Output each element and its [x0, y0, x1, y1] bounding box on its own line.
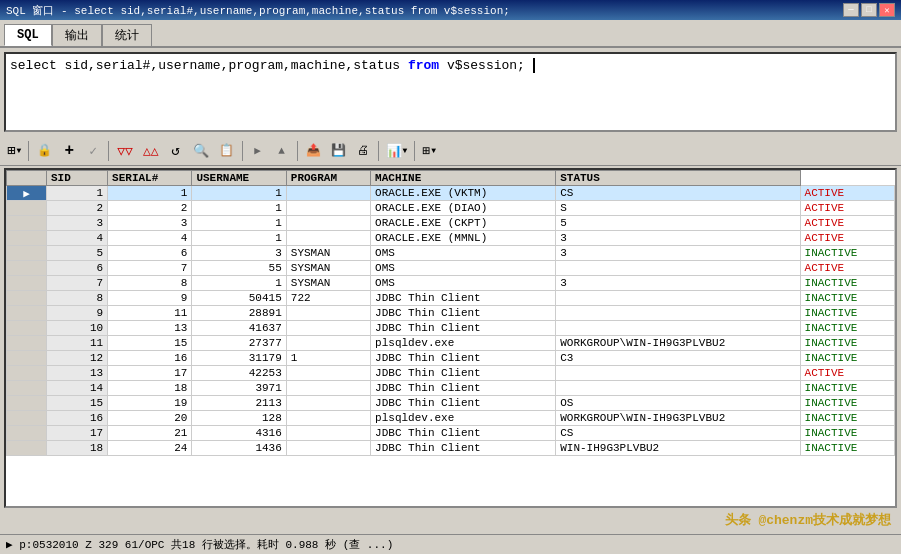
- cell-machine: CS: [556, 426, 800, 441]
- cell-username: [286, 231, 370, 246]
- cell-rownum: 15: [47, 396, 108, 411]
- table-row[interactable]: 17214316JDBC Thin ClientCSINACTIVE: [7, 426, 895, 441]
- col-machine[interactable]: MACHINE: [371, 171, 556, 186]
- cell-sid: 11: [108, 306, 192, 321]
- print-button[interactable]: 🖨: [352, 140, 374, 162]
- maximize-button[interactable]: □: [861, 3, 877, 17]
- sql-editor[interactable]: select sid,serial#,username,program,mach…: [4, 52, 897, 132]
- cell-sid: 20: [108, 411, 192, 426]
- cell-rownum: 11: [47, 336, 108, 351]
- row-indicator: [7, 441, 47, 456]
- export-button[interactable]: 📤: [302, 140, 325, 162]
- table-row[interactable]: 18241436JDBC Thin ClientWIN-IH9G3PLVBU2I…: [7, 441, 895, 456]
- col-status[interactable]: STATUS: [556, 171, 800, 186]
- row-indicator: [7, 426, 47, 441]
- status-text: ▶ p:0532010 Z 329 61/OPC 共18 行被选择。耗时 0.9…: [6, 537, 393, 552]
- col-sid[interactable]: SID: [47, 171, 108, 186]
- col-serial[interactable]: SERIAL#: [108, 171, 192, 186]
- cell-machine: [556, 366, 800, 381]
- add-button[interactable]: +: [58, 140, 80, 162]
- save-button[interactable]: 💾: [327, 140, 350, 162]
- cell-machine: [556, 381, 800, 396]
- data-grid[interactable]: SID SERIAL# USERNAME PROGRAM MACHINE STA…: [4, 168, 897, 508]
- cell-program: JDBC Thin Client: [371, 381, 556, 396]
- title-text: SQL 窗口 - select sid,serial#,username,pro…: [6, 3, 843, 18]
- filter-down-button[interactable]: ▽▽: [113, 140, 137, 162]
- cell-username: 722: [286, 291, 370, 306]
- chart-dropdown[interactable]: 📊 ▼: [383, 140, 411, 162]
- minimize-button[interactable]: ─: [843, 3, 859, 17]
- cell-machine: WORKGROUP\WIN-IH9G3PLVBU2: [556, 336, 800, 351]
- table-row[interactable]: 14183971JDBC Thin ClientINACTIVE: [7, 381, 895, 396]
- table-row[interactable]: 563SYSMANOMS3INACTIVE: [7, 246, 895, 261]
- table-row[interactable]: 1216311791JDBC Thin ClientC3INACTIVE: [7, 351, 895, 366]
- refresh-button[interactable]: ↺: [165, 140, 187, 162]
- table-row[interactable]: 781SYSMANOMS3INACTIVE: [7, 276, 895, 291]
- chart-icon: 📊: [386, 143, 402, 159]
- cell-username: SYSMAN: [286, 276, 370, 291]
- table-dropdown[interactable]: ⊞ ▼: [419, 140, 439, 162]
- cell-program: JDBC Thin Client: [371, 366, 556, 381]
- lock-button[interactable]: 🔒: [33, 140, 56, 162]
- cell-machine: [556, 291, 800, 306]
- cell-machine: CS: [556, 186, 800, 201]
- cell-serial: 3: [192, 246, 286, 261]
- tab-sql[interactable]: SQL: [4, 24, 52, 46]
- table-row[interactable]: 6755SYSMANOMSACTIVE: [7, 261, 895, 276]
- cell-rownum: 1: [47, 186, 108, 201]
- cell-program: JDBC Thin Client: [371, 441, 556, 456]
- cell-username: SYSMAN: [286, 261, 370, 276]
- table-row[interactable]: 441ORACLE.EXE (MMNL)3ACTIVE: [7, 231, 895, 246]
- table-row[interactable]: 15192113JDBC Thin ClientOSINACTIVE: [7, 396, 895, 411]
- close-button[interactable]: ✕: [879, 3, 895, 17]
- cell-sid: 18: [108, 381, 192, 396]
- row-indicator: [7, 246, 47, 261]
- table-row[interactable]: 101341637JDBC Thin ClientINACTIVE: [7, 321, 895, 336]
- sql-cursor: [525, 58, 535, 73]
- check-button[interactable]: ✓: [82, 140, 104, 162]
- table-row[interactable]: 8950415722JDBC Thin ClientINACTIVE: [7, 291, 895, 306]
- cell-status: INACTIVE: [800, 426, 894, 441]
- cell-rownum: 18: [47, 441, 108, 456]
- cell-serial: 28891: [192, 306, 286, 321]
- row-indicator: [7, 216, 47, 231]
- cell-rownum: 9: [47, 306, 108, 321]
- cell-username: [286, 441, 370, 456]
- title-bar: SQL 窗口 - select sid,serial#,username,pro…: [0, 0, 901, 20]
- tab-output[interactable]: 输出: [52, 24, 102, 46]
- cell-username: 1: [286, 351, 370, 366]
- cell-program: JDBC Thin Client: [371, 396, 556, 411]
- table-row[interactable]: ▶111ORACLE.EXE (VKTM)CSACTIVE: [7, 186, 895, 201]
- cell-serial: 1436: [192, 441, 286, 456]
- table-row[interactable]: 221ORACLE.EXE (DIAO)SACTIVE: [7, 201, 895, 216]
- cell-serial: 1: [192, 276, 286, 291]
- lock-icon: 🔒: [37, 143, 52, 158]
- nav-up-button[interactable]: ▲: [271, 140, 293, 162]
- cell-status: INACTIVE: [800, 441, 894, 456]
- cell-username: [286, 411, 370, 426]
- row-indicator: [7, 321, 47, 336]
- cell-program: plsqldev.exe: [371, 336, 556, 351]
- copy-button[interactable]: 📋: [215, 140, 238, 162]
- sql-text-after: v$session;: [439, 58, 525, 73]
- search-button[interactable]: 🔍: [189, 140, 213, 162]
- cell-serial: 4316: [192, 426, 286, 441]
- table-row[interactable]: 1620128plsqldev.exeWORKGROUP\WIN-IH9G3PL…: [7, 411, 895, 426]
- table-row[interactable]: 331ORACLE.EXE (CKPT)5ACTIVE: [7, 216, 895, 231]
- cell-program: plsqldev.exe: [371, 411, 556, 426]
- table-row[interactable]: 111527377plsqldev.exeWORKGROUP\WIN-IH9G3…: [7, 336, 895, 351]
- row-indicator: [7, 366, 47, 381]
- cell-status: ACTIVE: [800, 261, 894, 276]
- table-row[interactable]: 131742253JDBC Thin ClientACTIVE: [7, 366, 895, 381]
- col-program[interactable]: PROGRAM: [286, 171, 370, 186]
- sql-keyword: from: [408, 58, 439, 73]
- cell-username: [286, 321, 370, 336]
- table-row[interactable]: 91128891JDBC Thin ClientINACTIVE: [7, 306, 895, 321]
- grid-dropdown[interactable]: ⊞ ▼: [4, 140, 24, 162]
- col-username[interactable]: USERNAME: [192, 171, 286, 186]
- row-indicator: [7, 411, 47, 426]
- col-indicator: [7, 171, 47, 186]
- filter-up-button[interactable]: △△: [139, 140, 163, 162]
- tab-stats[interactable]: 统计: [102, 24, 152, 46]
- nav-right-button[interactable]: ▶: [247, 140, 269, 162]
